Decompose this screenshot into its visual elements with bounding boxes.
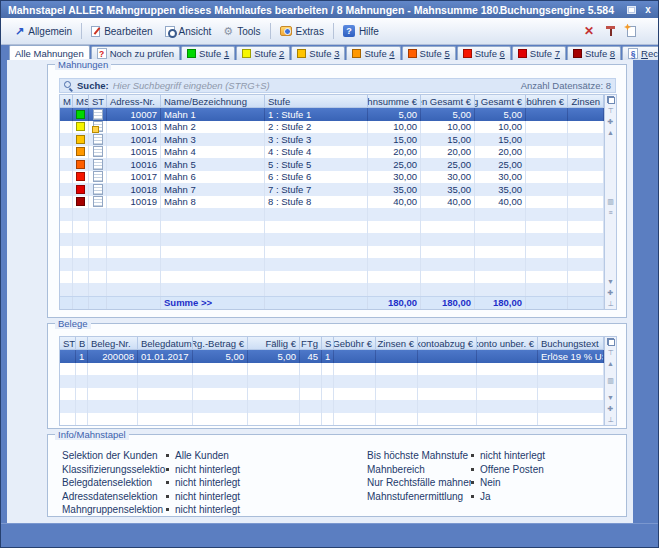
col-st[interactable]: ST — [89, 95, 107, 108]
col-faellig[interactable]: Fällig € — [248, 337, 300, 350]
jump-top-icon[interactable]: ⊤ — [607, 348, 613, 357]
menu-bearbeiten[interactable]: Bearbeiten — [85, 24, 158, 39]
copy-icon[interactable] — [607, 96, 615, 104]
col-s[interactable]: S — [322, 337, 334, 350]
col-beleg-nr[interactable]: Beleg-Nr. — [88, 337, 138, 350]
col-offen[interactable]: Offen Gesamt € — [421, 95, 475, 108]
menu-ansicht[interactable]: Ansicht — [159, 24, 218, 39]
cell-st — [89, 233, 107, 246]
menu-hilfe[interactable]: Hilfe — [337, 23, 385, 39]
add-row-icon[interactable]: ✚ — [608, 404, 614, 413]
col-adress[interactable]: Adress-Nr. — [107, 95, 161, 108]
jump-bottom-icon[interactable]: ⊥ — [607, 415, 613, 424]
info-row: Mahnbereich Offene Posten — [367, 463, 545, 477]
empty-row — [60, 363, 604, 376]
tab-alle-mahnungen[interactable]: Alle Mahnungen — [9, 45, 90, 60]
add-row-icon[interactable]: ✚ — [608, 117, 614, 126]
new-document-icon[interactable] — [627, 26, 636, 37]
cell-faellig: 15,00 — [475, 133, 526, 146]
menu-allgemein[interactable]: ↗ Allgemein — [9, 23, 78, 40]
cell-st — [60, 413, 76, 426]
columns-icon[interactable]: ▥ — [607, 197, 614, 206]
col-faellig[interactable]: Fällig Gesamt € — [475, 95, 526, 108]
col-skonto-unber[interactable]: Skonto unber. € — [477, 337, 538, 350]
tab-stufe-7[interactable]: Stufe 7 — [512, 46, 566, 60]
col-m[interactable]: M — [60, 95, 73, 108]
add-row-icon[interactable]: ✚ — [608, 288, 614, 297]
cell-zinsen — [568, 283, 604, 296]
cell-gebuehr — [334, 375, 376, 388]
table-row[interactable]: 120000801.01.20175,005,00451Erlöse 19 % … — [60, 350, 604, 363]
cell-beleg-nr — [88, 388, 138, 401]
col-mahnsumme[interactable]: Mahnsumme € — [368, 95, 421, 108]
tab-stufe-6[interactable]: Stufe 6 — [457, 46, 511, 60]
tab-noch-zu-pruefen[interactable]: Noch zu prüfen — [91, 46, 180, 60]
move-up-icon[interactable]: ▲ — [607, 359, 614, 368]
table-row[interactable]: 10018Mahn 77 : Stufe 735,0035,0035,00 — [60, 183, 604, 196]
col-zinsen[interactable]: Zinsen € — [376, 337, 418, 350]
cell-offen: 20,00 — [421, 146, 475, 159]
cell-mahnsumme: 40,00 — [368, 196, 421, 209]
tab-stufe-3[interactable]: Stufe 3 — [291, 46, 345, 60]
move-up-icon[interactable]: ▲ — [607, 128, 614, 137]
cell-st — [89, 196, 107, 209]
col-ftg[interactable]: FTg — [300, 337, 322, 350]
move-down-icon[interactable]: ▼ — [607, 277, 614, 286]
col-stufe[interactable]: Stufe — [265, 95, 368, 108]
tab-stufe-8[interactable]: Stufe 8 — [567, 46, 621, 60]
table-row[interactable]: 10019Mahn 88 : Stufe 840,0040,0040,00 — [60, 196, 604, 209]
jump-bottom-icon[interactable]: ⊥ — [607, 299, 613, 308]
col-gebuehren[interactable]: Gebühren € — [526, 95, 568, 108]
tab-stufe-1[interactable]: Stufe 1 — [181, 46, 235, 60]
cell-m — [60, 121, 73, 134]
restore-button[interactable] — [624, 4, 638, 16]
col-skontoabzug[interactable]: Skontoabzug € — [418, 337, 477, 350]
close-icon: x — [645, 5, 651, 15]
menu-separator — [81, 23, 82, 39]
delete-icon[interactable]: ✕ — [584, 24, 594, 38]
col-zinsen[interactable]: Zinsen — [568, 95, 604, 108]
cell-zinsen — [376, 388, 418, 401]
cell-faellig — [248, 413, 300, 426]
tab-stufe-5[interactable]: Stufe 5 — [402, 46, 456, 60]
cell-ms — [73, 133, 89, 146]
col-b[interactable]: B — [76, 337, 88, 350]
col-rg-betrag[interactable]: Rg.-Betrag € — [193, 337, 248, 350]
table-row[interactable]: 10016Mahn 55 : Stufe 525,0025,0025,00 — [60, 158, 604, 171]
col-buchungstext[interactable]: Buchungstext — [538, 337, 604, 350]
table-row[interactable]: 10015Mahn 44 : Stufe 420,0020,0020,00 — [60, 146, 604, 159]
menu-tools[interactable]: ⚙ Tools — [217, 23, 266, 40]
cell-rg-betrag — [193, 375, 248, 388]
jump-top-icon[interactable]: ⊤ — [607, 106, 613, 115]
tab-rechtsfaelle[interactable]: Rechtsfälle — [622, 46, 659, 60]
tab-stufe-4[interactable]: Stufe 4 — [346, 46, 400, 60]
col-ms[interactable]: MS — [73, 95, 89, 108]
col-gebuehr[interactable]: Gebühr € — [334, 337, 376, 350]
cell-faellig: 5,00 — [248, 350, 300, 363]
pin-icon[interactable] — [606, 26, 615, 37]
columns-icon[interactable]: ▥ — [607, 376, 614, 385]
info-label: Selektion der Kunden — [62, 450, 166, 461]
table-row[interactable]: 10017Mahn 66 : Stufe 630,0030,0030,00 — [60, 171, 604, 184]
table-row[interactable]: 10013Mahn 22 : Stufe 210,0010,0010,00 — [60, 121, 604, 134]
info-row: Mahnstufenermittlung Ja — [367, 490, 545, 504]
table-row[interactable]: 10007Mahn 11 : Stufe 15,005,005,00 — [60, 108, 604, 121]
table-row[interactable]: 10014Mahn 33 : Stufe 315,0015,0015,00 — [60, 133, 604, 146]
close-button[interactable]: x — [641, 4, 655, 16]
col-st[interactable]: ST — [60, 337, 76, 350]
move-down-icon[interactable]: ▼ — [607, 393, 614, 402]
cell-mahnsumme: 5,00 — [368, 108, 421, 121]
list-icon[interactable]: ≡ — [608, 208, 612, 217]
col-name[interactable]: Name/Bezeichnung — [161, 95, 265, 108]
cell-ms — [73, 208, 89, 221]
tab-stufe-2[interactable]: Stufe 2 — [236, 46, 290, 60]
mahnungen-rows: 10007Mahn 11 : Stufe 15,005,005,0010013M… — [60, 108, 604, 296]
copy-icon[interactable] — [607, 338, 615, 346]
cell-offen: 35,00 — [421, 183, 475, 196]
nav-mid-group: ▥ ≡ — [607, 197, 614, 217]
col-belegdatum[interactable]: Belegdatum — [138, 337, 193, 350]
document-icon — [93, 109, 103, 120]
menu-extras[interactable]: Extras — [274, 24, 330, 39]
search-input[interactable] — [113, 80, 517, 91]
cell-buchungstext — [538, 375, 604, 388]
